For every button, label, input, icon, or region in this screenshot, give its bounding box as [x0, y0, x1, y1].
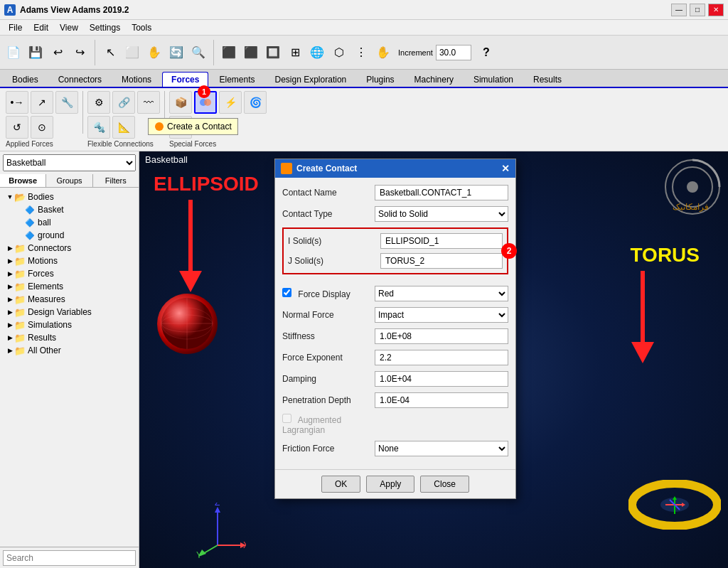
- flex-conn-4[interactable]: 🔩: [87, 116, 110, 139]
- ribbon-tab-connectors[interactable]: Connectors: [49, 72, 111, 87]
- tree-item-elements[interactable]: ▶📁Elements: [0, 280, 139, 293]
- stiffness-input[interactable]: [375, 328, 508, 344]
- force-exponent-input[interactable]: [375, 350, 508, 365]
- force-display-color-select[interactable]: Red Green Blue: [375, 286, 508, 301]
- ribbon-tab-simulation[interactable]: Simulation: [464, 72, 523, 87]
- menu-item-edit[interactable]: Edit: [28, 21, 54, 34]
- special-force-3[interactable]: ⚡: [219, 91, 242, 114]
- tree-item-ground[interactable]: 🔷ground: [0, 229, 139, 242]
- contact-name-input[interactable]: [375, 185, 508, 200]
- menu-item-view[interactable]: View: [54, 21, 84, 34]
- tree-label-motions: Motions: [28, 256, 58, 266]
- svg-point-1: [204, 99, 211, 106]
- tree-item-simulations[interactable]: ▶📁Simulations: [0, 318, 139, 331]
- flex-conn-1[interactable]: ⚙: [87, 91, 110, 114]
- menu-item-tools[interactable]: Tools: [126, 21, 157, 34]
- damping-input[interactable]: [375, 371, 508, 387]
- tree-label-basket: Basket: [38, 205, 64, 215]
- force-display-row: Force Display Red Green Blue: [282, 286, 508, 301]
- penetration-depth-input[interactable]: [375, 392, 508, 408]
- pan-button[interactable]: ✋: [373, 42, 394, 63]
- grid-toggle[interactable]: ⋮: [350, 42, 372, 63]
- dialog-close-button[interactable]: ✕: [501, 163, 510, 174]
- view-front[interactable]: ⬛: [218, 42, 240, 63]
- force-display-checkbox[interactable]: [282, 288, 291, 297]
- redo-button[interactable]: ↪: [69, 42, 90, 63]
- force-applied-3[interactable]: 🔧: [55, 91, 78, 114]
- flex-conn-3[interactable]: 〰: [137, 91, 160, 114]
- model-dropdown[interactable]: Basketball: [3, 154, 136, 171]
- view-wire[interactable]: ⬡: [328, 42, 350, 63]
- normal-force-select[interactable]: Impact Poisson: [375, 307, 508, 323]
- tree-item-results[interactable]: ▶📁Results: [0, 331, 139, 344]
- new-button[interactable]: 📄: [3, 42, 24, 63]
- view-fit[interactable]: ⊞: [284, 42, 306, 63]
- tree-item-bodies[interactable]: ▼📂Bodies: [0, 191, 139, 203]
- stiffness-label: Stiffness: [282, 331, 375, 341]
- special-forces-label[interactable]: Special Forces: [169, 140, 216, 148]
- maximize-button[interactable]: □: [690, 4, 705, 16]
- help-button[interactable]: ?: [477, 43, 496, 62]
- save-button[interactable]: 💾: [25, 42, 46, 63]
- force-applied-5[interactable]: ⊙: [31, 116, 53, 139]
- dialog-title-text: Create Contact: [296, 164, 357, 173]
- contact-name-row: Contact Name: [282, 185, 508, 200]
- ribbon-tab-design-exploration[interactable]: Design Exploration: [266, 72, 356, 87]
- ribbon-tab-results[interactable]: Results: [524, 72, 571, 87]
- search-input[interactable]: [3, 550, 136, 566]
- tree-item-design_vars[interactable]: ▶📁Design Variables: [0, 306, 139, 318]
- special-force-1[interactable]: 📦: [169, 91, 192, 114]
- folder-icon: 📁: [14, 345, 26, 356]
- increment-input[interactable]: [436, 45, 471, 60]
- tree-item-basket[interactable]: 🔷Basket: [0, 203, 139, 216]
- flex-conn-5[interactable]: 📐: [112, 116, 135, 139]
- force-applied-1[interactable]: •→: [6, 91, 28, 114]
- panel-tab-browse[interactable]: Browse: [0, 174, 46, 187]
- tree-item-all_other[interactable]: ▶📁All Other: [0, 344, 139, 357]
- view-iso[interactable]: 🔲: [262, 42, 284, 63]
- move-button[interactable]: ✋: [144, 42, 165, 63]
- rotate-button[interactable]: 🔄: [166, 42, 187, 63]
- ribbon-tab-forces[interactable]: Forces: [162, 72, 208, 87]
- select-button[interactable]: ⬜: [122, 42, 143, 63]
- minimize-button[interactable]: —: [671, 4, 687, 16]
- ribbon-tab-motions[interactable]: Motions: [112, 72, 161, 87]
- force-applied-4[interactable]: ↺: [6, 116, 28, 139]
- tree-item-connectors[interactable]: ▶📁Connectors: [0, 242, 139, 254]
- view-top[interactable]: ⬛: [240, 42, 262, 63]
- model-selector: Basketball: [0, 151, 139, 174]
- flex-conn-2[interactable]: 🔗: [112, 91, 135, 114]
- ribbon-tab-elements[interactable]: Elements: [210, 72, 264, 87]
- folder-icon: 📁: [14, 256, 26, 267]
- menu-bar: FileEditViewSettingsTools: [0, 20, 728, 36]
- menu-item-file[interactable]: File: [3, 21, 28, 34]
- ok-button[interactable]: OK: [321, 476, 360, 493]
- ribbon-tab-bodies[interactable]: Bodies: [3, 72, 48, 87]
- ribbon-tab-machinery[interactable]: Machinery: [405, 72, 463, 87]
- panel-tab-groups[interactable]: Groups: [46, 174, 92, 187]
- tree-item-motions[interactable]: ▶📁Motions: [0, 254, 139, 267]
- i-solid-input[interactable]: [380, 233, 503, 249]
- menu-item-settings[interactable]: Settings: [84, 21, 126, 34]
- force-applied-2[interactable]: ↗: [31, 91, 53, 114]
- j-solid-input[interactable]: [380, 253, 503, 269]
- pointer-button[interactable]: ↖: [100, 42, 121, 63]
- tree-item-forces[interactable]: ▶📁Forces: [0, 267, 139, 280]
- flexible-conn-label[interactable]: Flexible Connections: [87, 140, 154, 148]
- close-button[interactable]: ✕: [708, 4, 724, 16]
- tree-item-measures[interactable]: ▶📁Measures: [0, 293, 139, 306]
- friction-force-select[interactable]: None Coulomb: [375, 441, 508, 456]
- apply-button[interactable]: Apply: [366, 476, 414, 493]
- tree-item-ball[interactable]: 🔷ball: [0, 216, 139, 229]
- applied-forces-label[interactable]: Applied Forces: [6, 140, 53, 148]
- panel-tab-filters[interactable]: Filters: [93, 174, 139, 187]
- svg-text:Y: Y: [196, 550, 202, 559]
- zoom-button[interactable]: 🔍: [188, 42, 209, 63]
- special-force-4[interactable]: 🌀: [244, 91, 267, 114]
- undo-button[interactable]: ↩: [47, 42, 68, 63]
- contact-type-select[interactable]: Solid to Solid: [375, 206, 508, 222]
- view-render[interactable]: 🌐: [306, 42, 328, 63]
- ribbon-tab-plugins[interactable]: Plugins: [357, 72, 403, 87]
- close-dialog-button[interactable]: Close: [420, 476, 469, 493]
- tree-label-forces: Forces: [28, 269, 54, 279]
